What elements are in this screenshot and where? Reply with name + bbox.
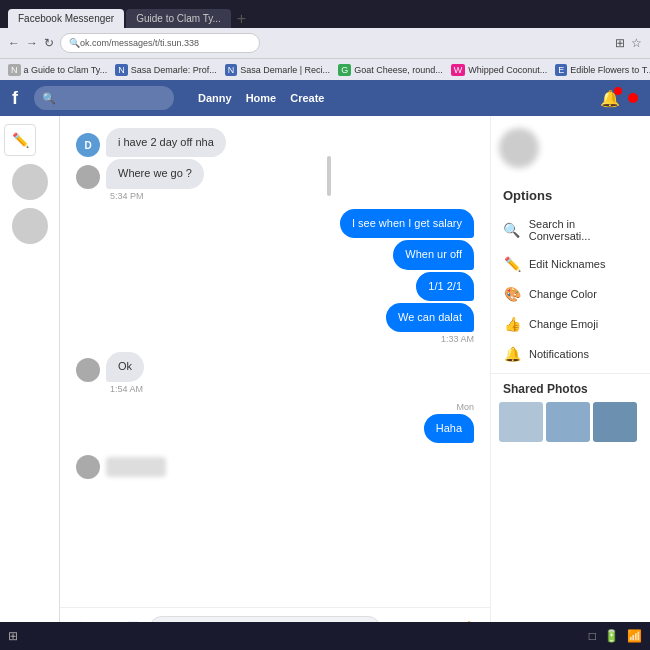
- browser-tabs: Facebook Messenger Guide to Clam Ty... +: [0, 0, 650, 28]
- media-thumbnail: [106, 457, 166, 477]
- compose-button[interactable]: ✏️: [4, 124, 36, 156]
- bookmark-icon-2: N: [115, 64, 128, 76]
- notifications-option-icon: 🔔: [503, 346, 521, 362]
- toolbar-icons: ⊞ ☆: [615, 36, 642, 50]
- media-message: [76, 455, 474, 479]
- contact-avatar-1[interactable]: [12, 164, 48, 200]
- address-bar[interactable]: 🔍 ok.com/messages/t/ti.sun.338: [60, 33, 260, 53]
- fb-home-link[interactable]: Home: [246, 92, 277, 104]
- bookmark-icon-5: W: [451, 64, 466, 76]
- fb-search-bar[interactable]: 🔍: [34, 86, 174, 110]
- fb-username[interactable]: Danny: [198, 92, 232, 104]
- search-option-label: Search in Conversati...: [529, 218, 638, 242]
- edit-option-icon: ✏️: [503, 256, 521, 272]
- extensions-icon[interactable]: ⊞: [615, 36, 625, 50]
- emoji-option-icon: 👍: [503, 316, 521, 332]
- chat-area: D i have 2 day off nha Where we go ? 5:3…: [60, 116, 490, 650]
- avatar: [76, 358, 100, 382]
- message-group-3: Ok 1:54 AM: [76, 352, 474, 393]
- message-row: We can dalat: [386, 303, 474, 332]
- fb-nav: Danny Home Create: [198, 92, 324, 104]
- shared-photo-1[interactable]: [499, 402, 543, 442]
- taskbar-wifi-icon: 📶: [627, 629, 642, 643]
- search-icon: 🔍: [69, 38, 80, 48]
- fb-logo: f: [12, 88, 18, 109]
- avatar: D: [76, 133, 100, 157]
- bookmark-icon-1: N: [8, 64, 21, 76]
- avatar: [76, 455, 100, 479]
- inactive-tab[interactable]: Guide to Clam Ty...: [126, 9, 231, 28]
- message-row: When ur off: [393, 240, 474, 269]
- message-time-label: Mon: [456, 402, 474, 412]
- main-content: ✏️ D i have 2 day off nha: [0, 116, 650, 650]
- browser-toolbar: ← → ↻ 🔍 ok.com/messages/t/ti.sun.338 ⊞ ☆: [0, 28, 650, 58]
- status-dot: [628, 93, 638, 103]
- message-time: 1:33 AM: [441, 334, 474, 344]
- options-section: Options 🔍 Search in Conversati... ✏️ Edi…: [491, 180, 650, 373]
- message-time: 5:34 PM: [76, 191, 474, 201]
- bookmark-6[interactable]: E Edible Flowers to T...: [555, 64, 650, 76]
- shared-photo-3[interactable]: [593, 402, 637, 442]
- message-row: Haha: [424, 414, 474, 443]
- back-button[interactable]: ←: [8, 36, 20, 50]
- right-panel: Options 🔍 Search in Conversati... ✏️ Edi…: [490, 116, 650, 650]
- change-emoji-option[interactable]: 👍 Change Emoji: [491, 309, 650, 339]
- screen: Facebook Messenger Guide to Clam Ty... +…: [0, 0, 650, 650]
- windows-icon[interactable]: ⊞: [8, 629, 18, 643]
- messages-container: D i have 2 day off nha Where we go ? 5:3…: [60, 116, 490, 607]
- message-bubble: Ok: [106, 352, 144, 381]
- message-row: D i have 2 day off nha: [76, 128, 474, 157]
- fb-create-link[interactable]: Create: [290, 92, 324, 104]
- taskbar: ⊞ □ 🔋 📶: [0, 622, 650, 650]
- notification-badge: [614, 87, 622, 95]
- taskbar-system-icon-1[interactable]: □: [589, 629, 596, 643]
- star-icon[interactable]: ☆: [631, 36, 642, 50]
- panel-avatar: [499, 128, 539, 168]
- shared-photo-2[interactable]: [546, 402, 590, 442]
- message-row: Ok: [76, 352, 474, 381]
- message-bubble: I see when I get salary: [340, 209, 474, 238]
- message-bubble: Where we go ?: [106, 159, 204, 188]
- shared-photos-title: Shared Photos: [491, 373, 650, 402]
- scroll-thumb: [327, 156, 331, 196]
- forward-button[interactable]: →: [26, 36, 38, 50]
- bookmark-4[interactable]: G Goat Cheese, round...: [338, 64, 443, 76]
- color-option-icon: 🎨: [503, 286, 521, 302]
- message-group-2: I see when I get salary When ur off 1/1 …: [76, 209, 474, 345]
- message-bubble: We can dalat: [386, 303, 474, 332]
- url-text: ok.com/messages/t/ti.sun.338: [80, 38, 199, 48]
- search-option-icon: 🔍: [503, 222, 521, 238]
- bookmarks-bar: N a Guide to Clam Ty... N Sasa Demarle: …: [0, 58, 650, 80]
- notifications-option[interactable]: 🔔 Notifications: [491, 339, 650, 369]
- bookmark-5[interactable]: W Whipped Coconut...: [451, 64, 548, 76]
- edit-option-label: Edit Nicknames: [529, 258, 605, 270]
- change-color-option[interactable]: 🎨 Change Color: [491, 279, 650, 309]
- bookmark-3[interactable]: N Sasa Demarle | Reci...: [225, 64, 330, 76]
- edit-nicknames-option[interactable]: ✏️ Edit Nicknames: [491, 249, 650, 279]
- message-bubble: Haha: [424, 414, 474, 443]
- bookmark-icon-6: E: [555, 64, 567, 76]
- scrollbar[interactable]: [326, 136, 332, 570]
- facebook-header: f 🔍 Danny Home Create 🔔: [0, 80, 650, 116]
- new-tab-button[interactable]: +: [237, 10, 246, 28]
- taskbar-right: □ 🔋 📶: [589, 629, 642, 643]
- fb-header-icons: 🔔: [600, 89, 638, 108]
- bookmark-2[interactable]: N Sasa Demarle: Prof...: [115, 64, 217, 76]
- fb-notifications-icon[interactable]: 🔔: [600, 89, 620, 108]
- message-bubble: When ur off: [393, 240, 474, 269]
- options-title: Options: [491, 184, 650, 211]
- message-group-1: D i have 2 day off nha Where we go ? 5:3…: [76, 128, 474, 201]
- active-tab[interactable]: Facebook Messenger: [8, 9, 124, 28]
- search-in-conversation-option[interactable]: 🔍 Search in Conversati...: [491, 211, 650, 249]
- shared-photos-grid: [491, 402, 650, 442]
- bookmark-1[interactable]: N a Guide to Clam Ty...: [8, 64, 107, 76]
- bookmark-icon-4: G: [338, 64, 351, 76]
- panel-header: [491, 124, 650, 172]
- avatar: [76, 165, 100, 189]
- bookmark-icon-3: N: [225, 64, 238, 76]
- left-sidebar: ✏️: [0, 116, 60, 650]
- change-color-label: Change Color: [529, 288, 597, 300]
- refresh-button[interactable]: ↻: [44, 36, 54, 50]
- contact-avatar-2[interactable]: [12, 208, 48, 244]
- message-row: Where we go ?: [76, 159, 474, 188]
